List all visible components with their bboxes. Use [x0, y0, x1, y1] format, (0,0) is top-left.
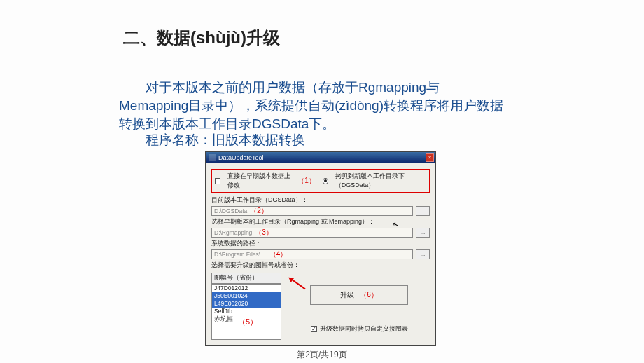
browse-button-sys[interactable]: ...	[416, 249, 430, 259]
browse-button-old[interactable]: ...	[416, 228, 430, 238]
checkbox-modify-inplace[interactable]	[215, 178, 220, 184]
annotation-3: （3）	[255, 228, 273, 238]
checkbox-copy-jtb-line: 升级数据同时拷贝自定义接图表	[311, 324, 408, 334]
list-item[interactable]: SelfJtb	[212, 308, 281, 315]
input-old-dir[interactable]: D:\Rgmapping （3）	[211, 228, 413, 238]
paragraph-program-name: 程序名称：旧版本数据转换	[119, 131, 507, 149]
label-current-dir: 目前版本工作目录（DGSData）：	[211, 196, 430, 205]
upgrade-button-label: 升级	[340, 290, 354, 300]
list-item[interactable]: J50E001024	[212, 292, 281, 300]
value-current-dir: D:\DGSData	[214, 206, 247, 216]
checkbox-copy-jtb[interactable]	[311, 326, 317, 332]
section-heading: 二、数据(shùjù)升级	[123, 27, 280, 49]
paragraph-intro: 对于本版本之前的用户数据（存放于Rgmapping与Memapping目录中），…	[119, 78, 507, 134]
option-modify-inplace-label: 直接在早期版本数据上修改	[227, 172, 290, 190]
label-list: 选择需要升级的图幅号或省份：	[211, 261, 430, 270]
radio-copy-to-new[interactable]	[323, 178, 328, 184]
upgrade-button[interactable]: 升级 （6）	[310, 285, 408, 305]
list-box[interactable]: J47D012012 J50E001024 L49E002020 SelfJtb…	[211, 284, 281, 340]
annotation-6: （6）	[360, 290, 378, 300]
input-sys-path[interactable]: D:\Program Files\… （4）	[211, 249, 413, 259]
annotation-4: （4）	[270, 249, 288, 259]
sheet-list: 图幅号（省份） J47D012012 J50E001024 L49E002020…	[211, 273, 281, 340]
field-current-dir: 目前版本工作目录（DGSData）： D:\DGSData （2） ...	[211, 196, 430, 216]
input-current-dir[interactable]: D:\DGSData （2）	[211, 206, 413, 216]
window-title: DataUpdateTool	[218, 154, 264, 161]
value-sys-path: D:\Program Files\…	[214, 249, 267, 259]
value-old-dir: D:\Rgmapping	[214, 228, 252, 238]
annotation-2: （2）	[250, 206, 268, 216]
browse-button-current[interactable]: ...	[416, 206, 430, 216]
list-item[interactable]: L49E002020	[212, 300, 281, 308]
page-number: 第2页/共19页	[0, 349, 644, 361]
app-icon	[209, 154, 216, 161]
option-group-highlight: 直接在早期版本数据上修改 （1） 拷贝到新版本工作目录下（DGSData）	[211, 169, 430, 193]
label-sys-path: 系统数据的路径：	[211, 239, 430, 248]
annotation-5: （5）	[238, 317, 258, 327]
list-item[interactable]: J47D012012	[212, 285, 281, 292]
checkbox-copy-jtb-label: 升级数据同时拷贝自定义接图表	[320, 324, 408, 334]
option-copy-to-new-label: 拷贝到新版本工作目录下（DGSData）	[335, 172, 426, 190]
field-sys-path: 系统数据的路径： D:\Program Files\… （4） ...	[211, 239, 430, 259]
window-titlebar: DataUpdateTool ×	[206, 152, 435, 163]
list-header: 图幅号（省份）	[211, 273, 281, 284]
close-icon[interactable]: ×	[426, 153, 434, 162]
annotation-1: （1）	[298, 176, 316, 186]
label-list-select: 选择需要升级的图幅号或省份：	[211, 261, 430, 270]
